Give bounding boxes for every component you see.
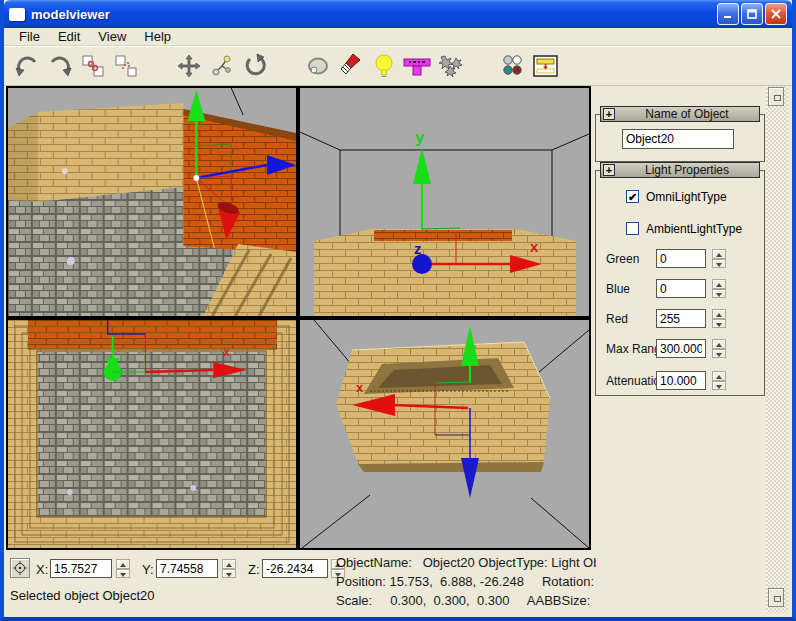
main-area: y z x — [4, 86, 792, 550]
vertex-button[interactable] — [205, 50, 238, 82]
move-icon — [176, 53, 202, 79]
attenuation-spinner[interactable] — [712, 371, 726, 390]
viewport-top[interactable]: x — [8, 320, 296, 548]
link-icon — [80, 53, 106, 79]
unlink-button[interactable] — [109, 50, 142, 82]
minimize-icon — [722, 8, 734, 20]
name-group-title: Name of Object — [615, 107, 759, 121]
viewport-perspective-2[interactable]: x — [300, 320, 589, 548]
selected-object-status: Selected object Object20 — [10, 588, 155, 603]
pivot-button[interactable] — [400, 50, 433, 82]
dock-grip-strip — [766, 86, 788, 613]
omni-light-row: ✔ OmniLightType — [596, 188, 764, 208]
paint-button[interactable] — [334, 50, 367, 82]
close-button[interactable] — [765, 3, 787, 25]
maximize-button[interactable] — [741, 3, 763, 25]
z-coord-label: Z: — [248, 562, 260, 577]
menu-help[interactable]: Help — [135, 28, 180, 45]
orbit-button[interactable] — [301, 50, 334, 82]
vertex-manipulate-icon — [209, 53, 235, 79]
z-coord-input[interactable] — [262, 559, 328, 578]
grip-bottom-button[interactable] — [768, 588, 784, 607]
viewport-perspective[interactable] — [8, 88, 296, 316]
expand-icon[interactable]: + — [603, 108, 615, 120]
x-coord-label: X: — [36, 562, 48, 577]
max-range-input[interactable] — [656, 339, 706, 358]
orbit-camera-icon — [304, 53, 332, 79]
unlink-icon — [113, 53, 139, 79]
max-range-label: Max Rang — [606, 342, 656, 356]
app-window: modelviewer File Edit View Help — [0, 0, 796, 621]
light-group-header[interactable]: + Light Properties — [600, 162, 760, 178]
blue-row: Blue — [596, 279, 764, 299]
menu-edit[interactable]: Edit — [49, 28, 89, 45]
green-row: Green — [596, 249, 764, 269]
undo-button[interactable] — [10, 50, 43, 82]
redo-button[interactable] — [43, 50, 76, 82]
axis-y-label: y — [415, 128, 425, 147]
lightbulb-icon — [371, 53, 397, 79]
y-coord-input[interactable] — [156, 559, 218, 578]
particles-button[interactable] — [433, 50, 466, 82]
properties-panel: + Name of Object + Light Properties ✔ Om… — [591, 86, 770, 550]
attenuation-label: Attenuatio — [606, 374, 656, 388]
window-title: modelviewer — [31, 7, 717, 22]
bottom-bar: X: Y: Z: Selected object Object20 Object… — [4, 550, 792, 617]
viewport-grid: y z x — [6, 86, 591, 550]
title-bar[interactable]: modelviewer — [4, 0, 792, 28]
attenuation-row: Attenuatio — [596, 371, 764, 391]
pivot-widget-icon — [402, 53, 432, 79]
max-range-row: Max Rang — [596, 339, 764, 359]
minimize-button[interactable] — [717, 3, 739, 25]
expand-icon[interactable]: + — [603, 164, 615, 176]
viewport-front[interactable]: y z x — [300, 88, 589, 316]
omni-light-label: OmniLightType — [646, 190, 727, 204]
green-input[interactable] — [656, 249, 706, 268]
red-input[interactable] — [656, 309, 706, 328]
red-label: Red — [606, 312, 628, 326]
object-name-input[interactable] — [622, 129, 734, 149]
redo-icon — [47, 53, 73, 79]
snap-target-button[interactable] — [10, 558, 30, 578]
light-properties-group: + Light Properties ✔ OmniLightType Ambie… — [595, 170, 765, 396]
y-coord-label: Y: — [142, 562, 154, 577]
object-status-block: ObjectName: Object20 ObjectType: Light O… — [336, 553, 596, 613]
app-icon — [9, 8, 25, 21]
status-line-objectname: ObjectName: Object20 ObjectType: Light O… — [336, 553, 596, 572]
blue-spinner[interactable] — [712, 279, 726, 298]
menu-bar: File Edit View Help — [4, 28, 792, 46]
ambient-light-label: AmbientLightType — [646, 222, 742, 236]
render-settings-button[interactable] — [529, 50, 562, 82]
red-row: Red — [596, 309, 764, 329]
materials-button[interactable] — [496, 50, 529, 82]
axis-x-label: x — [530, 238, 539, 255]
rotate-icon — [242, 53, 268, 79]
axis-x-label: x — [223, 345, 230, 359]
menu-view[interactable]: View — [89, 28, 135, 45]
crosshair-icon — [13, 561, 27, 575]
x-coord-spinner[interactable] — [116, 559, 130, 578]
rotate-button[interactable] — [238, 50, 271, 82]
particles-icon — [436, 53, 464, 79]
green-spinner[interactable] — [712, 249, 726, 268]
menu-file[interactable]: File — [10, 28, 49, 45]
link-button[interactable] — [76, 50, 109, 82]
move-button[interactable] — [172, 50, 205, 82]
red-spinner[interactable] — [712, 309, 726, 328]
x-coord-input[interactable] — [50, 559, 112, 578]
light-button[interactable] — [367, 50, 400, 82]
max-range-spinner[interactable] — [712, 339, 726, 358]
grip-top-button[interactable] — [768, 87, 784, 106]
close-icon — [770, 8, 782, 20]
light-group-title: Light Properties — [615, 163, 759, 177]
name-group-header[interactable]: + Name of Object — [600, 106, 760, 122]
status-line-position: Position: 15.753, 6.888, -26.248 Rotatio… — [336, 572, 596, 591]
y-coord-spinner[interactable] — [222, 559, 236, 578]
blue-input[interactable] — [656, 279, 706, 298]
ambient-light-row: AmbientLightType — [596, 220, 764, 240]
omni-light-checkbox[interactable]: ✔ — [626, 190, 639, 203]
attenuation-input[interactable] — [656, 371, 706, 390]
paintbrush-icon — [338, 53, 364, 79]
ambient-light-checkbox[interactable] — [626, 222, 639, 235]
status-line-scale: Scale: 0.300, 0.300, 0.300 AABBSize: — [336, 591, 596, 610]
